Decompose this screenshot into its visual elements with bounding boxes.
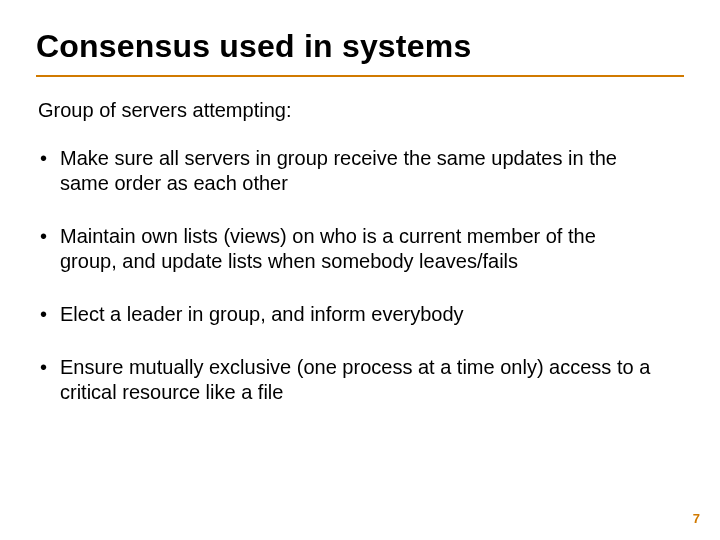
list-item: Elect a leader in group, and inform ever… bbox=[38, 302, 658, 327]
list-item: Maintain own lists (views) on who is a c… bbox=[38, 224, 658, 274]
slide-title: Consensus used in systems bbox=[36, 28, 684, 65]
slide: Consensus used in systems Group of serve… bbox=[0, 0, 720, 540]
bullet-list: Make sure all servers in group receive t… bbox=[36, 146, 684, 405]
list-item: Make sure all servers in group receive t… bbox=[38, 146, 658, 196]
intro-text: Group of servers attempting: bbox=[36, 99, 684, 122]
title-underline bbox=[36, 75, 684, 77]
page-number: 7 bbox=[693, 511, 700, 526]
list-item: Ensure mutually exclusive (one process a… bbox=[38, 355, 658, 405]
